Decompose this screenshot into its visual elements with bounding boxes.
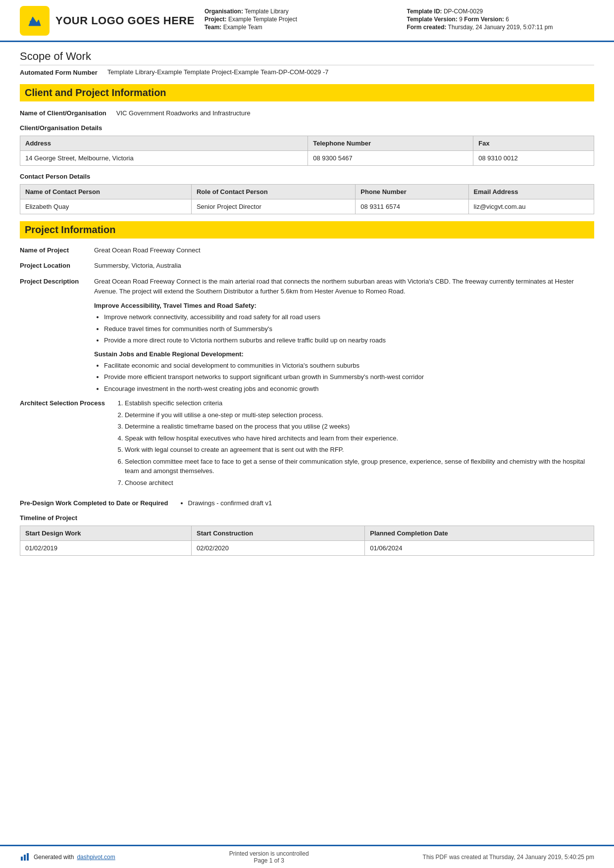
template-version-label: Template Version:: [407, 16, 457, 23]
form-version-label: Form Version:: [464, 16, 504, 23]
list-item: Selection committee meet face to face to…: [125, 457, 594, 476]
client-name-value: VIC Government Roadworks and Infrastruct…: [116, 108, 594, 118]
timeline-completion: 01/06/2024: [365, 540, 594, 555]
project-description-content: Great Ocean Road Freeway Connect is the …: [94, 277, 594, 399]
page-header: YOUR LOGO GOES HERE Organisation: Templa…: [0, 0, 614, 42]
logo-block: YOUR LOGO GOES HERE: [20, 6, 195, 36]
svg-rect-3: [27, 853, 29, 861]
footer-generated-text: Generated with: [34, 854, 74, 861]
team-value: Example Team: [223, 24, 262, 31]
predesign-list: Drawings - confirmed draft v1: [188, 498, 594, 508]
org-details-table: Address Telephone Number Fax 14 George S…: [20, 136, 594, 166]
architect-row: Architect Selection Process Establish sp…: [20, 398, 594, 492]
svg-rect-2: [24, 855, 26, 861]
org-col-fax: Fax: [473, 136, 594, 150]
project-location-row: Project Location Summersby, Victoria, Au…: [20, 261, 594, 271]
list-item: Speak with fellow hospital executives wh…: [125, 434, 594, 443]
timeline-header-row: Start Design Work Start Construction Pla…: [20, 526, 594, 540]
contact-role: Senior Project Director: [191, 199, 355, 214]
list-item: Choose architect: [125, 478, 594, 488]
timeline-col-start-construction: Start Construction: [191, 526, 364, 540]
contact-col-email: Email Address: [468, 184, 594, 199]
timeline-start-design: 01/02/2019: [20, 540, 192, 555]
contact-details-title: Contact Person Details: [20, 173, 594, 180]
dashpivot-icon: [20, 853, 31, 862]
list-item: Work with legal counsel to create an agr…: [125, 445, 594, 455]
contact-phone: 08 9311 6574: [356, 199, 468, 214]
team-row: Team: Example Team: [205, 24, 392, 31]
contact-table-header-row: Name of Contact Person Role of Contact P…: [20, 184, 594, 199]
header-meta-right: Template ID: DP-COM-0029 Template Versio…: [407, 8, 594, 32]
template-id-row: Template ID: DP-COM-0029: [407, 8, 594, 15]
predesign-value: Drawings - confirmed draft v1: [178, 498, 594, 508]
header-meta-left: Organisation: Template Library Project: …: [205, 8, 392, 32]
org-details-title: Client/Organisation Details: [20, 124, 594, 132]
template-version-value: 9: [459, 16, 462, 23]
contact-name: Elizabeth Quay: [20, 199, 192, 214]
project-description-label: Project Description: [20, 277, 84, 399]
predesign-label: Pre-Design Work Completed to Date or Req…: [20, 498, 168, 508]
form-number-label: Automated Form Number: [20, 68, 98, 77]
form-number-value: Template Library-Example Template Projec…: [107, 68, 329, 76]
org-address: 14 George Street, Melbourne, Victoria: [20, 150, 308, 165]
footer-link[interactable]: dashpivot.com: [77, 854, 115, 861]
sustain-bullets: Facilitate economic and social developme…: [104, 361, 594, 394]
footer-left: Generated with dashpivot.com: [20, 853, 115, 862]
architect-label: Architect Selection Process: [20, 398, 105, 408]
client-section-header: Client and Project Information: [20, 84, 594, 101]
svg-rect-1: [21, 857, 23, 861]
list-item: Reduce travel times for communities nort…: [104, 324, 594, 334]
org-col-address: Address: [20, 136, 308, 150]
sustain-title: Sustain Jobs and Enable Regional Develop…: [94, 350, 594, 358]
footer-center-line2: Page 1 of 3: [229, 857, 309, 864]
list-item: Encourage investment in the north-west c…: [104, 384, 594, 394]
scope-title: Scope of Work: [20, 50, 594, 65]
logo-text: YOUR LOGO GOES HERE: [55, 14, 195, 27]
header-meta: Organisation: Template Library Project: …: [205, 6, 594, 32]
svg-point-0: [30, 21, 32, 23]
list-item: Improve network connectivity, accessibil…: [104, 312, 594, 322]
list-item: Facilitate economic and social developme…: [104, 361, 594, 371]
project-name-row: Name of Project Great Ocean Road Freeway…: [20, 245, 594, 255]
list-item: Provide a more direct route to Victoria …: [104, 336, 594, 345]
org-table-row: 14 George Street, Melbourne, Victoria 08…: [20, 150, 594, 165]
list-item: Establish specific selection criteria: [125, 398, 594, 408]
timeline-col-completion: Planned Completion Date: [365, 526, 594, 540]
contact-table: Name of Contact Person Role of Contact P…: [20, 184, 594, 214]
contact-email: liz@vicgvt.com.au: [468, 199, 594, 214]
list-item: Determine a realistic timeframe based on…: [125, 422, 594, 432]
project-name-value: Great Ocean Road Freeway Connect: [94, 245, 594, 255]
contact-table-row: Elizabeth Quay Senior Project Director 0…: [20, 199, 594, 214]
list-item: Provide more efficient transport network…: [104, 372, 594, 382]
form-created-label: Form created:: [407, 24, 446, 31]
team-label: Team:: [205, 24, 221, 31]
org-table-header-row: Address Telephone Number Fax: [20, 136, 594, 150]
project-description-text: Great Ocean Road Freeway Connect is the …: [94, 277, 594, 297]
page-footer: Generated with dashpivot.com Printed ver…: [0, 845, 614, 868]
org-fax: 08 9310 0012: [473, 150, 594, 165]
org-label: Organisation:: [205, 8, 243, 15]
improve-bullets: Improve network connectivity, accessibil…: [104, 312, 594, 345]
template-id-label: Template ID:: [407, 8, 442, 15]
project-description-row: Project Description Great Ocean Road Fre…: [20, 277, 594, 399]
predesign-row: Pre-Design Work Completed to Date or Req…: [20, 498, 594, 508]
timeline-start-construction: 02/02/2020: [191, 540, 364, 555]
contact-col-role: Role of Contact Person: [191, 184, 355, 199]
form-created-row: Form created: Thursday, 24 January 2019,…: [407, 24, 594, 31]
logo-icon: [20, 6, 50, 36]
footer-center: Printed version is uncontrolled Page 1 o…: [229, 850, 309, 864]
template-version-row: Template Version: 9 Form Version: 6: [407, 16, 594, 23]
footer-right: This PDF was created at Thursday, 24 Jan…: [423, 854, 594, 861]
architect-list: Establish specific selection criteria De…: [125, 398, 594, 487]
form-created-value: Thursday, 24 January 2019, 5:07:11 pm: [448, 24, 553, 31]
project-label: Project:: [205, 16, 227, 23]
footer-center-line1: Printed version is uncontrolled: [229, 850, 309, 857]
client-name-row: Name of Client/Organisation VIC Governme…: [20, 108, 594, 118]
client-name-label: Name of Client/Organisation: [20, 108, 106, 118]
list-item: Determine if you will utilise a one-step…: [125, 410, 594, 420]
timeline-title: Timeline of Project: [20, 514, 594, 522]
project-name-label: Name of Project: [20, 245, 84, 255]
org-value: Template Library: [245, 8, 289, 15]
project-value: Example Template Project: [228, 16, 297, 23]
timeline-col-start-design: Start Design Work: [20, 526, 192, 540]
